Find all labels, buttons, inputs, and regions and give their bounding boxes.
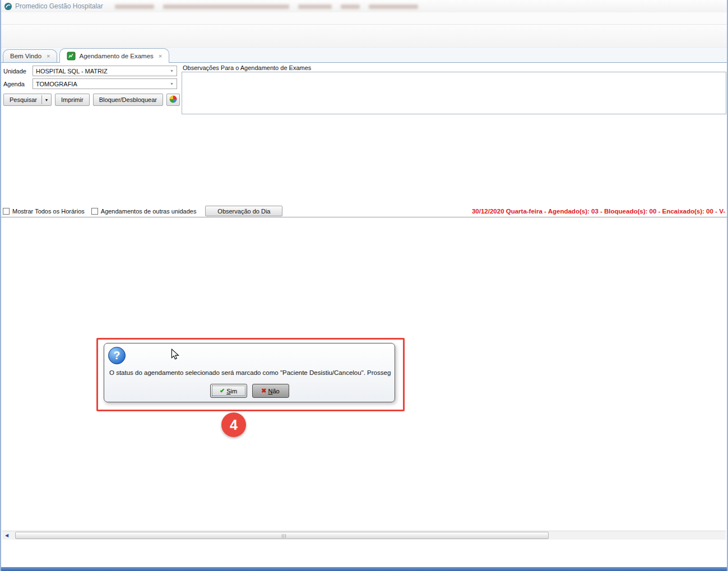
day-status-summary: 30/12/2020 Quarta-feira - Agendado(s): 0…	[472, 208, 725, 215]
calendar-panel	[1, 115, 727, 205]
tab-bem-vindo[interactable]: Bem Vindo ×	[3, 49, 57, 62]
chevron-down-icon: ▼	[170, 82, 174, 86]
question-icon: ?	[108, 346, 126, 365]
close-icon[interactable]: ×	[159, 53, 162, 59]
menu-bar	[1, 12, 727, 25]
dialog-message: O status do agendamento selecionado será…	[109, 369, 391, 376]
appointments-grid	[1, 217, 727, 217]
sim-button[interactable]: ✔ Sim	[210, 384, 247, 398]
bloquear-desbloquear-button[interactable]: Bloquer/Desbloquear	[93, 94, 163, 106]
toolbar	[1, 25, 727, 48]
tab-label: Agendamento de Exames	[79, 53, 153, 59]
observacoes-textarea[interactable]	[182, 72, 726, 114]
x-icon: ✖	[261, 387, 266, 394]
outras-unidades-label: Agendamentos de outras unidades	[101, 208, 197, 215]
pesquisar-button[interactable]: Pesquisar ▼	[3, 94, 52, 106]
scrollbar-thumb[interactable]	[15, 532, 549, 539]
annotation-step-badge: 4	[221, 412, 246, 437]
agenda-select[interactable]: TOMOGRAFIA ▼	[33, 78, 177, 89]
scroll-left-icon[interactable]: ◀	[2, 532, 11, 539]
window-title: Promedico Gestão Hospitalar	[15, 2, 103, 10]
tab-agendamento-exames[interactable]: Agendamento de Exames ×	[59, 48, 169, 63]
chevron-down-icon[interactable]: ▼	[42, 98, 51, 102]
observacoes-label: Observações Para o Agendamento de Exames	[182, 64, 726, 72]
mostrar-horarios-checkbox[interactable]	[3, 208, 10, 215]
day-options-bar: Mostrar Todos os Horários Agendamentos d…	[1, 205, 727, 217]
unidade-label: Unidade	[3, 68, 33, 75]
app-logo-icon	[4, 2, 12, 11]
redacted-title-info	[106, 3, 418, 10]
unidade-value: HOSPITAL SQL - MATRIZ	[36, 68, 108, 75]
unidade-select[interactable]: HOSPITAL SQL - MATRIZ ▼	[33, 66, 177, 76]
imprimir-button[interactable]: Imprimir	[55, 94, 90, 106]
color-legend-button[interactable]	[166, 94, 180, 106]
agenda-icon	[67, 52, 76, 61]
svg-text:?: ?	[114, 349, 120, 361]
tab-strip: Bem Vindo × Agendamento de Exames ×	[1, 48, 727, 63]
check-icon: ✔	[220, 387, 225, 394]
nao-button[interactable]: ✖ Não	[252, 384, 289, 398]
confirm-dialog: ? O status do agendamento selecionado se…	[104, 343, 395, 402]
pie-chart-icon	[169, 95, 178, 105]
filter-area: Unidade HOSPITAL SQL - MATRIZ ▼ Agenda T…	[1, 63, 727, 114]
tab-label: Bem Vindo	[10, 53, 41, 59]
title-bar: Promedico Gestão Hospitalar	[1, 0, 727, 12]
mostrar-horarios-label: Mostrar Todos os Horários	[12, 208, 85, 215]
agenda-label: Agenda	[3, 81, 33, 87]
window-bottom-border	[1, 567, 727, 571]
observacao-dia-button[interactable]: Observação do Dia	[205, 206, 282, 216]
close-icon[interactable]: ×	[47, 53, 50, 59]
agenda-value: TOMOGRAFIA	[36, 81, 77, 87]
chevron-down-icon: ▼	[170, 69, 174, 73]
app-window: Promedico Gestão Hospitalar Bem Vindo × …	[0, 0, 728, 571]
outras-unidades-checkbox[interactable]	[91, 208, 98, 215]
mouse-cursor	[171, 349, 180, 362]
horizontal-scrollbar[interactable]: ◀	[2, 531, 726, 540]
